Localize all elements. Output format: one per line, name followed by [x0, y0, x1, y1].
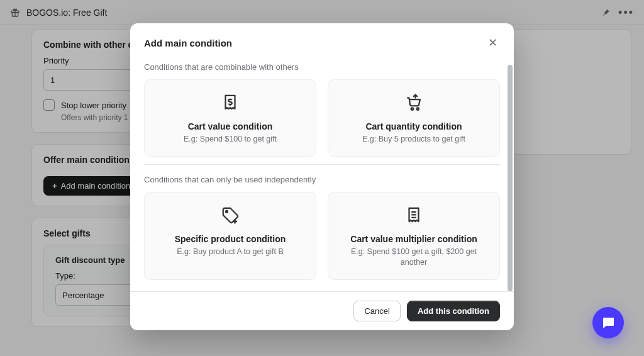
modal-scrollbar[interactable]	[508, 65, 513, 291]
condition-specific-product[interactable]: Specific product condition E.g: Buy prod…	[144, 192, 316, 280]
condition-specific-product-sub: E.g: Buy product A to get gift B	[153, 247, 307, 257]
modal-divider	[144, 164, 500, 165]
cancel-button[interactable]: Cancel	[353, 301, 400, 321]
condition-cart-value[interactable]: Cart value condition E.g: Spend $100 to …	[144, 79, 316, 157]
condition-cart-multiplier-sub: E.g: Spend $100 get a gift, $200 get ano…	[337, 247, 491, 268]
condition-cart-value-title: Cart value condition	[153, 121, 307, 131]
condition-cart-multiplier[interactable]: Cart value multiplier condition E.g: Spe…	[328, 192, 500, 280]
chat-fab[interactable]	[592, 307, 624, 338]
svg-point-4	[226, 211, 228, 213]
cart-up-icon	[337, 92, 491, 113]
condition-specific-product-title: Specific product condition	[153, 234, 307, 244]
tag-plus-icon	[153, 205, 307, 225]
close-icon[interactable]: ✕	[486, 33, 500, 52]
modal-overlay[interactable]: Add main condition ✕ Conditions that are…	[0, 0, 644, 356]
modal-title: Add main condition	[144, 38, 232, 48]
svg-point-2	[411, 108, 414, 110]
section-independent-label: Conditions that can only be used indepen…	[144, 175, 500, 184]
add-condition-modal: Add main condition ✕ Conditions that are…	[130, 23, 514, 330]
chat-icon	[601, 315, 616, 330]
svg-point-3	[417, 108, 419, 110]
add-condition-button[interactable]: Add this condition	[407, 301, 500, 321]
condition-cart-quantity-title: Cart quantity condition	[337, 121, 491, 131]
receipt-lines-icon	[337, 205, 491, 225]
receipt-dollar-icon	[153, 92, 307, 113]
section-combinable-label: Conditions that are combinable with othe…	[144, 62, 500, 72]
condition-cart-multiplier-title: Cart value multiplier condition	[337, 234, 491, 244]
condition-cart-value-sub: E.g: Spend $100 to get gift	[153, 134, 307, 145]
condition-cart-quantity-sub: E.g: Buy 5 products to get gift	[337, 134, 491, 145]
condition-cart-quantity[interactable]: Cart quantity condition E.g: Buy 5 produ…	[328, 79, 500, 157]
